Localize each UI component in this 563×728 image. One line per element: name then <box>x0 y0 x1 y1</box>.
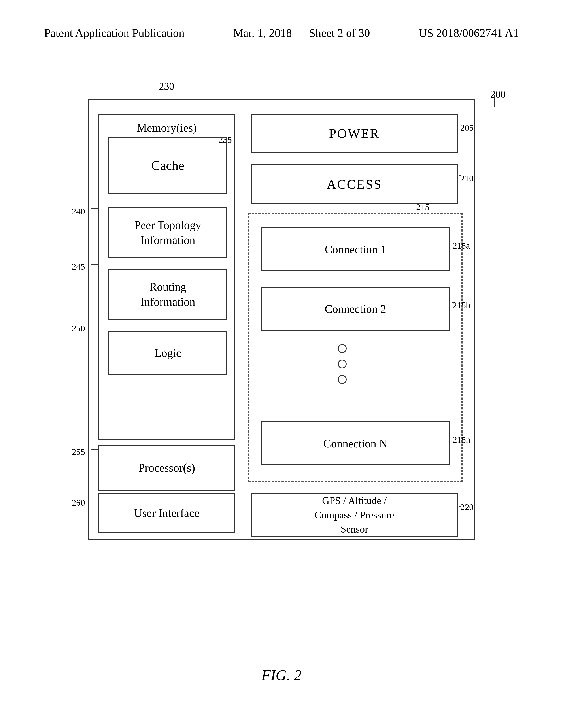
label-250: 250 <box>72 323 85 334</box>
figure-caption: FIG. 2 <box>0 666 563 684</box>
processor-label: Processor(s) <box>138 461 195 474</box>
dots-area <box>338 344 347 384</box>
routing-info-box: RoutingInformation <box>108 269 227 320</box>
logic-label: Logic <box>154 347 181 360</box>
line-215 <box>423 208 423 214</box>
peer-topology-box: Peer TopologyInformation <box>108 207 227 258</box>
label-220: 220 <box>460 502 474 512</box>
header-sheet: Sheet 2 of 30 <box>309 27 370 39</box>
line-230 <box>172 87 172 99</box>
processor-box: Processor(s) <box>98 445 235 491</box>
label-205: 205 <box>460 122 474 133</box>
label-255: 255 <box>72 447 85 457</box>
connectionN-label: Connection N <box>324 437 388 450</box>
bracket-255 <box>90 449 98 450</box>
gps-box: GPS / Altitude /Compass / PressureSensor <box>250 493 458 537</box>
connection2-label: Connection 2 <box>325 302 386 315</box>
bracket-240 <box>90 208 98 209</box>
connectionN-box: Connection N <box>260 421 450 465</box>
dot-3 <box>338 375 347 384</box>
cache-box: Cache <box>108 137 227 194</box>
line-215a <box>452 243 454 243</box>
dot-1 <box>338 344 347 353</box>
logic-box: Logic <box>108 331 227 375</box>
label-240: 240 <box>72 206 85 217</box>
line-210 <box>459 175 461 176</box>
label-210: 210 <box>460 173 474 184</box>
label-245: 245 <box>72 261 85 272</box>
cache-label: Cache <box>151 158 184 173</box>
line-200 <box>494 95 495 107</box>
dot-2 <box>338 360 347 368</box>
user-interface-box: User Interface <box>98 493 235 533</box>
diagram-area: 230 200 Memory(ies) 235 Cache Peer Topol… <box>55 77 508 651</box>
connections-dashed-box: Connection 1 215a Connection 2 215b Conn… <box>248 213 463 482</box>
connection1-label: Connection 1 <box>325 243 386 256</box>
peer-topology-label: Peer TopologyInformation <box>134 218 201 248</box>
bracket-260 <box>90 498 98 498</box>
access-label: ACCESS <box>327 177 382 192</box>
ui-label: User Interface <box>134 507 199 520</box>
memory-box: Memory(ies) 235 Cache Peer TopologyInfor… <box>98 114 235 440</box>
line-215n <box>452 437 454 437</box>
line-220 <box>459 506 461 507</box>
header-date-sheet: Mar. 1, 2018 Sheet 2 of 30 <box>233 26 370 39</box>
label-200: 200 <box>490 88 506 100</box>
connection2-box: Connection 2 <box>260 287 450 331</box>
memory-title: Memory(ies) <box>99 121 234 134</box>
bracket-250 <box>90 326 98 326</box>
label-260: 260 <box>72 497 85 508</box>
header-publication: Patent Application Publication <box>44 26 184 39</box>
bracket-245 <box>90 264 98 265</box>
connection1-box: Connection 1 <box>260 227 450 271</box>
line-205 <box>459 125 461 125</box>
label-215n: 215n <box>453 435 470 445</box>
power-box: POWER <box>250 114 458 153</box>
line-215b <box>452 302 454 303</box>
page-header: Patent Application Publication Mar. 1, 2… <box>0 26 563 39</box>
header-date: Mar. 1, 2018 <box>233 27 292 39</box>
header-patent-number: US 2018/0062741 A1 <box>419 26 519 39</box>
access-box: ACCESS <box>250 164 458 204</box>
gps-label: GPS / Altitude /Compass / PressureSensor <box>315 494 394 536</box>
power-label: POWER <box>329 126 380 141</box>
routing-label: RoutingInformation <box>140 280 195 309</box>
label-215b: 215b <box>453 300 470 310</box>
outer-device-box: Memory(ies) 235 Cache Peer TopologyInfor… <box>88 99 475 540</box>
label-215a: 215a <box>453 240 470 251</box>
